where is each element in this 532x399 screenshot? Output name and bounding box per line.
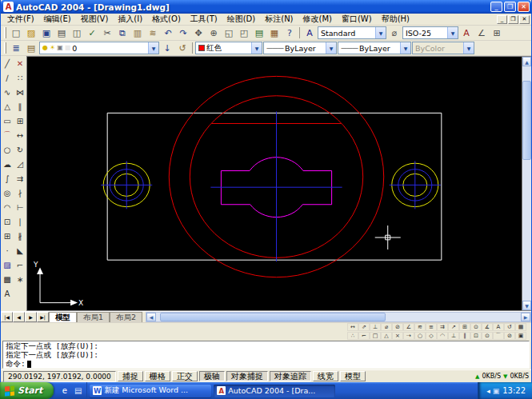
toolbar-grip[interactable] — [4, 42, 6, 54]
chamfer-icon[interactable]: ◣ — [14, 243, 26, 257]
erase-icon[interactable]: ✕ — [14, 56, 26, 70]
rotate-icon[interactable]: ↻ — [14, 142, 26, 157]
dim-linear-icon[interactable]: ↔ — [347, 323, 358, 331]
layer-combo[interactable]: ●☀▣■ 0 ▼ — [39, 42, 159, 54]
dim-angular-icon[interactable]: ∠ — [403, 323, 414, 331]
mirror-icon[interactable]: ⋈ — [14, 85, 26, 99]
tab-last-button[interactable]: ▶| — [37, 312, 49, 322]
ellipse-arc-icon[interactable]: ◠ — [1, 200, 14, 214]
region-icon[interactable]: ▩ — [1, 272, 14, 286]
dim-update-icon[interactable]: ↺ — [504, 323, 515, 331]
circle-icon[interactable]: ○ — [1, 142, 14, 157]
make-object-layer-current-icon[interactable]: ↓ — [160, 42, 174, 55]
copy-object-icon[interactable]: ∷ — [14, 70, 26, 85]
move-icon[interactable]: ↔ — [14, 128, 26, 142]
toolbar-grip[interactable] — [4, 27, 6, 38]
make-block-icon[interactable]: ⊞ — [1, 229, 14, 243]
status-toggle-button[interactable]: 正交 — [172, 371, 198, 381]
dim-leader-icon[interactable]: ↗ — [448, 323, 459, 331]
status-toggle-button[interactable]: 模型 — [340, 371, 366, 381]
polygon-icon[interactable]: △ — [1, 99, 14, 114]
vertical-scroll-thumb[interactable] — [522, 81, 531, 161]
snap-tangent-icon[interactable]: ◠ — [437, 332, 448, 340]
properties-icon[interactable]: ▤ — [252, 26, 266, 40]
fillet-icon[interactable]: ⌐ — [14, 257, 26, 272]
snap-perpendicular-icon[interactable]: ⊥ — [448, 332, 459, 340]
snap-midpoint-icon[interactable]: △ — [381, 332, 392, 340]
redo-icon[interactable]: ↷ — [176, 26, 190, 40]
table-icon[interactable]: ⊞ — [490, 26, 504, 40]
menu-item[interactable]: 窗口(W) — [337, 14, 377, 25]
start-button[interactable]: Start — [0, 382, 54, 399]
dim-style-combo[interactable]: ISO-25 ▼ — [402, 26, 458, 39]
snap-nearest-icon[interactable]: ⌒ — [493, 332, 504, 340]
text-style-combo[interactable]: Standard ▼ — [318, 26, 386, 39]
match-properties-icon[interactable]: ≋ — [146, 26, 160, 40]
scale-icon[interactable]: ◿ — [14, 157, 26, 171]
status-toggle-button[interactable]: 对象捕捉 — [226, 371, 268, 381]
menu-item[interactable]: 帮助(H) — [377, 14, 414, 25]
menu-item[interactable]: 修改(M) — [298, 14, 337, 25]
snap-track-point-icon[interactable]: ∴ — [347, 332, 358, 340]
zoom-window-icon[interactable]: ◱ — [222, 26, 236, 40]
tray-network-icon[interactable]: ▣ — [493, 387, 500, 395]
mtext-icon[interactable]: A — [1, 286, 14, 301]
layer-manager-icon[interactable]: ▤ — [24, 42, 38, 55]
minimize-button[interactable]: _ — [490, 2, 502, 12]
layout-tab[interactable]: 模型 — [49, 312, 77, 322]
save-icon[interactable]: ▣ — [39, 26, 54, 40]
dim-baseline-icon[interactable]: ≡ — [426, 323, 437, 331]
rectangle-icon[interactable]: ▭ — [1, 114, 14, 128]
dim-style-icon[interactable]: ▦ — [515, 323, 526, 331]
cut-icon[interactable]: ✂ — [100, 26, 114, 40]
left-hub[interactable] — [101, 161, 152, 209]
menu-item[interactable]: 视图(V) — [76, 14, 114, 25]
snap-quadrant-icon[interactable]: ◇ — [426, 332, 437, 340]
offset-icon[interactable]: ∥ — [14, 99, 26, 114]
menu-item[interactable]: 绘图(D) — [222, 14, 261, 25]
dim-continue-icon[interactable]: ⇉ — [437, 323, 448, 331]
snap-insert-icon[interactable]: ⊡ — [470, 332, 482, 340]
child-minimize-button[interactable]: _ — [497, 15, 507, 24]
dim-edit-icon[interactable]: ∡ — [482, 323, 493, 331]
undo-icon[interactable]: ↶ — [161, 26, 175, 40]
text-icon[interactable]: A — [459, 26, 474, 40]
extend-icon[interactable]: ⊢ — [14, 200, 26, 214]
child-close-button[interactable]: ✕ — [519, 15, 530, 24]
dim-center-mark-icon[interactable]: ⊙ — [470, 323, 482, 331]
construction-line-icon[interactable]: ∕ — [1, 70, 14, 85]
copy-icon[interactable]: ⧉ — [115, 26, 130, 40]
command-text-area[interactable]: 指定下一点或 [放弃(U)]:指定下一点或 [放弃(U)]: 命令: — [2, 341, 530, 369]
snap-none-icon[interactable]: ⊘ — [504, 332, 515, 340]
layers-icon[interactable]: ≣ — [9, 42, 23, 55]
tab-next-button[interactable]: ▶ — [25, 312, 37, 322]
lineweight-combo[interactable]: ——— ByLayer ▼ — [338, 42, 411, 54]
menu-item[interactable]: 标注(N) — [260, 14, 298, 25]
text-style-icon[interactable]: A — [302, 26, 317, 40]
open-icon[interactable]: ▨ — [24, 26, 38, 40]
drawing-canvas[interactable]: Y X — [27, 57, 522, 310]
snap-extension-icon[interactable]: ⇢ — [403, 332, 414, 340]
tray-volume-icon[interactable]: ◂ — [486, 387, 490, 395]
plot-preview-icon[interactable]: ◫ — [70, 26, 84, 40]
zoom-previous-icon[interactable]: ◰ — [237, 26, 251, 40]
close-button[interactable]: ✕ — [518, 2, 530, 12]
pan-icon[interactable]: ✥ — [191, 26, 206, 40]
arc-icon[interactable]: ⌒ — [1, 128, 14, 142]
status-toggle-button[interactable]: 对象追踪 — [270, 371, 311, 381]
status-toggle-button[interactable]: 线宽 — [313, 371, 338, 381]
menu-item[interactable]: 插入(I) — [113, 14, 147, 25]
spelling-icon[interactable]: ✓ — [85, 26, 99, 40]
dim-aligned-icon[interactable]: ⇗ — [358, 323, 370, 331]
break-at-point-icon[interactable]: ∣ — [14, 214, 26, 229]
layout-tab[interactable]: 布局1 — [77, 312, 110, 322]
horizontal-scroll-track[interactable] — [156, 313, 521, 321]
child-restore-button[interactable]: ❐ — [508, 15, 518, 24]
dim-text-edit-icon[interactable]: A — [493, 323, 504, 331]
quick-launch-ie-icon[interactable]: e — [58, 385, 70, 397]
horizontal-scroll-thumb[interactable] — [160, 313, 386, 321]
plate-outline-rect[interactable] — [107, 113, 442, 260]
right-hub[interactable] — [390, 161, 441, 209]
menu-item[interactable]: 文件(F) — [2, 14, 39, 25]
taskbar-task-button[interactable]: A AutoCAD 2004 - [Dra... — [214, 385, 335, 397]
